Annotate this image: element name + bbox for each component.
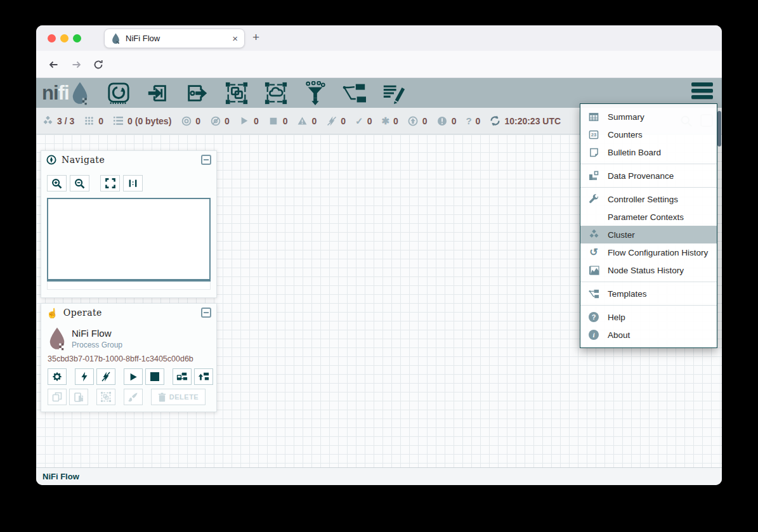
status-refresh: 10:20:23 UTC bbox=[490, 115, 561, 126]
menu-item-controller-settings[interactable]: Controller Settings bbox=[580, 190, 717, 208]
logo-ni: ni bbox=[42, 81, 58, 105]
browser-toolbar: 192.168.40.11:8080/nifi/ local bbox=[36, 51, 722, 78]
selected-component-type: Process Group bbox=[72, 341, 122, 349]
window-minimize-button[interactable] bbox=[60, 34, 69, 42]
configure-button[interactable] bbox=[48, 368, 67, 385]
operate-header: ☝ Operate bbox=[41, 304, 216, 321]
threads-icon bbox=[84, 116, 95, 126]
history-icon: ↺ bbox=[588, 248, 599, 257]
reload-icon[interactable] bbox=[91, 58, 105, 72]
cluster-icon bbox=[42, 116, 53, 126]
status-queued: 0 (0 bytes) bbox=[113, 116, 171, 126]
breadcrumb[interactable]: NiFi Flow bbox=[42, 472, 79, 481]
menu-item-node-status-history[interactable]: Node Status History bbox=[580, 261, 717, 279]
asterisk-icon: ✱ bbox=[381, 115, 389, 127]
funnel-component-icon[interactable] bbox=[303, 81, 328, 106]
counters-icon: 23 bbox=[588, 130, 599, 139]
birdseye-minimap[interactable] bbox=[47, 198, 211, 282]
trash-icon bbox=[158, 393, 166, 402]
new-tab-button[interactable]: + bbox=[252, 30, 259, 44]
status-locally-modified-stale: 0 bbox=[437, 116, 457, 126]
svg-text:23: 23 bbox=[591, 132, 596, 138]
menu-item-help[interactable]: ? Help bbox=[580, 308, 717, 326]
menu-divider bbox=[580, 164, 717, 164]
zoom-actual-size-button[interactable] bbox=[123, 175, 143, 191]
birdseye-strip bbox=[47, 282, 211, 290]
disable-button[interactable] bbox=[96, 368, 115, 385]
remote-process-group-component-icon[interactable] bbox=[263, 81, 289, 106]
menu-item-counters[interactable]: 23 Counters bbox=[580, 126, 717, 143]
status-threads: 0 bbox=[84, 116, 103, 126]
processor-component-icon[interactable] bbox=[106, 81, 131, 106]
logo-fi: fi bbox=[58, 81, 69, 105]
status-not-transmitting: 0 bbox=[210, 116, 230, 126]
process-group-component-icon[interactable] bbox=[224, 81, 249, 106]
selected-component-id[interactable]: 35cbd3b7-017b-1000-8bff-1c3405c00d6b bbox=[48, 354, 193, 363]
collapse-navigate-icon[interactable] bbox=[201, 155, 211, 165]
zoom-fit-button[interactable] bbox=[100, 175, 120, 191]
menu-divider bbox=[580, 187, 717, 188]
back-icon[interactable] bbox=[46, 58, 60, 72]
menu-item-bulletin-board[interactable]: Bulletin Board bbox=[580, 143, 717, 161]
global-menu: Summary 23 Counters Bulletin Board Data … bbox=[580, 103, 717, 348]
save-template-button[interactable] bbox=[173, 368, 192, 385]
invalid-icon bbox=[297, 116, 308, 126]
zoom-in-button[interactable] bbox=[47, 175, 67, 191]
selected-component-name: NiFi Flow bbox=[72, 328, 112, 339]
running-icon bbox=[239, 116, 250, 126]
nifi-global-menu-icon[interactable] bbox=[691, 82, 713, 99]
delete-label: DELETE bbox=[169, 393, 199, 401]
about-icon: i bbox=[589, 330, 599, 340]
browser-tab[interactable]: NiFi Flow × bbox=[104, 29, 245, 48]
window-zoom-button[interactable] bbox=[73, 34, 81, 42]
copy-button[interactable] bbox=[48, 389, 67, 405]
bulletin-board-icon bbox=[588, 148, 599, 157]
nifi-favicon bbox=[111, 33, 121, 44]
group-button[interactable] bbox=[96, 389, 115, 405]
not-transmitting-icon bbox=[210, 116, 221, 126]
stop-button[interactable] bbox=[145, 368, 164, 385]
navigate-panel: Navigate bbox=[41, 150, 217, 298]
scrollbar-thumb[interactable] bbox=[717, 111, 721, 146]
window-close-button[interactable] bbox=[48, 34, 56, 42]
menu-divider bbox=[580, 282, 717, 282]
start-button[interactable] bbox=[124, 368, 143, 385]
menu-item-data-provenance[interactable]: Data Provenance bbox=[580, 167, 717, 185]
status-transmitting: 0 bbox=[181, 116, 200, 126]
collapse-operate-icon[interactable] bbox=[201, 308, 211, 318]
data-provenance-icon bbox=[588, 171, 599, 181]
template-component-icon[interactable] bbox=[342, 81, 367, 106]
stopped-icon bbox=[268, 117, 279, 126]
status-locally-modified: ✱ 0 bbox=[381, 115, 398, 127]
tab-close-icon[interactable]: × bbox=[232, 33, 238, 44]
refresh-icon[interactable] bbox=[490, 115, 500, 126]
menu-item-summary[interactable]: Summary bbox=[580, 108, 717, 126]
forward-icon[interactable] bbox=[69, 58, 83, 72]
compass-icon bbox=[46, 155, 56, 165]
paste-button[interactable] bbox=[69, 389, 88, 405]
menu-item-cluster[interactable]: Cluster bbox=[580, 226, 717, 243]
status-stopped: 0 bbox=[268, 116, 288, 126]
status-cluster: 3 / 3 bbox=[42, 116, 74, 126]
stale-icon bbox=[408, 116, 419, 126]
zoom-out-button[interactable] bbox=[70, 175, 89, 191]
menu-item-parameter-contexts[interactable]: Parameter Contexts bbox=[580, 208, 717, 226]
navigate-header: Navigate bbox=[41, 151, 216, 169]
delete-button[interactable]: DELETE bbox=[151, 389, 206, 405]
menu-item-flow-configuration-history[interactable]: ↺ Flow Configuration History bbox=[580, 243, 717, 261]
fill-color-button[interactable] bbox=[124, 389, 143, 405]
menu-divider bbox=[580, 305, 717, 306]
status-running: 0 bbox=[239, 116, 259, 126]
status-sync-failure: ? 0 bbox=[466, 115, 480, 126]
menu-item-templates[interactable]: Templates bbox=[580, 285, 717, 302]
question-icon: ? bbox=[466, 115, 471, 126]
enable-button[interactable] bbox=[75, 368, 94, 385]
upload-template-button[interactable] bbox=[194, 368, 213, 385]
breadcrumb-bar: NiFi Flow bbox=[36, 467, 722, 485]
output-port-component-icon[interactable] bbox=[185, 81, 210, 106]
label-component-icon[interactable] bbox=[381, 81, 407, 106]
queued-icon bbox=[113, 116, 124, 126]
menu-item-about[interactable]: i About bbox=[580, 326, 717, 344]
logo-drop-icon bbox=[70, 81, 89, 105]
input-port-component-icon[interactable] bbox=[145, 81, 171, 106]
